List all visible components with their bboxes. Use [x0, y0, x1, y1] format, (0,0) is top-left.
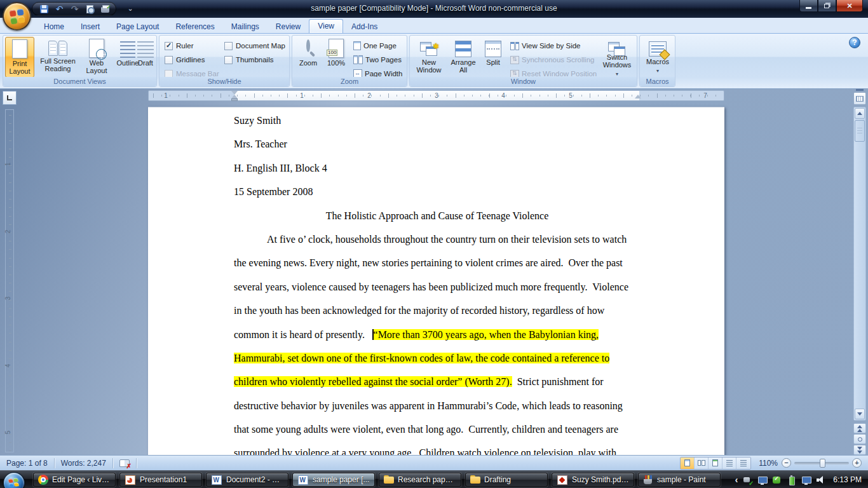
- checkbox-thumbnails[interactable]: Thumbnails: [224, 55, 273, 64]
- macros-button[interactable]: Macros: [642, 37, 673, 78]
- view-side-by-side-button[interactable]: View Side by Side: [510, 40, 580, 51]
- new-window-button[interactable]: New Window: [412, 37, 445, 78]
- doc-line: that some young adults were violent, eve…: [234, 417, 641, 441]
- new-window-icon: [420, 41, 438, 57]
- one-page-button[interactable]: One Page: [353, 40, 397, 51]
- checkbox-ruler[interactable]: Ruler: [165, 41, 193, 50]
- scroll-up-button[interactable]: [855, 108, 865, 119]
- taskbar-item-browser[interactable]: Edit Page ‹ Liva...: [33, 473, 116, 487]
- outline-icon: [120, 41, 135, 58]
- clock[interactable]: 6:13 PM: [831, 475, 862, 484]
- battery-icon[interactable]: [787, 475, 796, 485]
- next-page-button[interactable]: [853, 445, 866, 455]
- checkbox-gridlines[interactable]: Gridlines: [165, 55, 205, 64]
- page-indicator[interactable]: Page: 1 of 8: [0, 456, 54, 470]
- doc-line: the evening news. Every night, new stori…: [234, 251, 641, 274]
- web-layout-button[interactable]: Web Layout: [81, 37, 112, 78]
- proofing-status[interactable]: [113, 456, 136, 470]
- zoom-level[interactable]: 110%: [759, 459, 778, 468]
- ruler-number: 4: [4, 364, 11, 368]
- usb-device-icon[interactable]: [743, 475, 752, 485]
- zoom-in-button[interactable]: +: [852, 458, 862, 468]
- volume-icon[interactable]: [816, 475, 825, 485]
- doc-line: Suzy Smith: [234, 109, 641, 132]
- view-outline-button[interactable]: [722, 458, 736, 469]
- sync-status-icon[interactable]: [772, 475, 782, 485]
- chrome-icon: [38, 475, 48, 485]
- tab-view[interactable]: View: [309, 19, 343, 33]
- right-indent-marker[interactable]: [635, 95, 641, 98]
- taskbar-item-paint[interactable]: sample - Paint: [638, 473, 721, 487]
- zoom-slider-thumb[interactable]: [820, 459, 825, 468]
- help-icon[interactable]: ?: [849, 37, 860, 48]
- split-handle[interactable]: [856, 89, 864, 91]
- magnifier-icon: [300, 41, 316, 58]
- select-browse-object-button[interactable]: [853, 434, 866, 444]
- windows-logo-icon: [8, 478, 20, 488]
- office-button[interactable]: [3, 2, 31, 30]
- ruler-toggle-button[interactable]: [853, 92, 866, 105]
- doc-line: surrounded by violence at a very young a…: [234, 441, 641, 455]
- tab-home[interactable]: Home: [36, 20, 72, 33]
- taskbar-item-research-folder[interactable]: Research paper ...: [379, 473, 461, 487]
- office-logo-icon: [9, 8, 25, 24]
- tab-references[interactable]: References: [167, 20, 222, 33]
- previous-page-button[interactable]: [853, 423, 866, 433]
- doc-line: several years, violence caused by teenag…: [234, 275, 641, 299]
- switch-windows-button[interactable]: Switch Windows: [599, 37, 635, 78]
- two-pages-button[interactable]: Two Pages: [353, 54, 402, 65]
- macros-icon: [649, 41, 667, 57]
- tab-review[interactable]: Review: [268, 20, 309, 33]
- group-document-views: Print Layout Full Screen Reading Web Lay…: [3, 35, 157, 87]
- taskbar-item-presentation[interactable]: Presentation1: [119, 473, 202, 487]
- group-label-macros: Macros: [640, 77, 675, 86]
- word-count[interactable]: Words: 2,247: [55, 456, 112, 470]
- start-button[interactable]: [3, 472, 25, 488]
- notification-area: 6:13 PM: [735, 471, 868, 488]
- ruler-toggle-icon: [856, 96, 864, 102]
- tab-stop-selector[interactable]: [3, 91, 17, 105]
- zoom-out-button[interactable]: −: [782, 458, 791, 468]
- zoom-100-button[interactable]: 100 100%: [323, 37, 349, 78]
- restore-button[interactable]: [818, 0, 836, 12]
- horizontal-ruler[interactable]: 1 1 2 3 4 5 7: [148, 90, 724, 101]
- view-web-layout-button[interactable]: [709, 458, 722, 469]
- view-full-screen-button[interactable]: [695, 458, 709, 469]
- taskbar-item-pdf[interactable]: Suzy Smith.pdf ...: [552, 473, 634, 487]
- taskbar-item-drafting-folder[interactable]: Drafting: [465, 473, 548, 487]
- vertical-scrollbar[interactable]: [853, 107, 866, 421]
- doc-line: children who violently rebelled against …: [234, 370, 641, 393]
- draft-button[interactable]: Draft: [134, 37, 157, 78]
- split-button[interactable]: Split: [481, 37, 505, 78]
- zoom-button[interactable]: Zoom: [295, 37, 321, 78]
- arrange-all-button[interactable]: Arrange All: [447, 37, 480, 78]
- document-page[interactable]: Suzy Smith Mrs. Teacher H. English III, …: [148, 107, 724, 455]
- tab-add-ins[interactable]: Add-Ins: [343, 20, 386, 33]
- print-layout-button[interactable]: Print Layout: [5, 37, 34, 78]
- taskbar-item-sample-paper[interactable]: sample paper [...: [292, 473, 375, 487]
- synchronous-scrolling-button: Synchronous Scrolling: [510, 54, 594, 65]
- vertical-ruler[interactable]: 1 2 3 4 5: [5, 109, 14, 452]
- dropdown-arrow-icon: [656, 65, 659, 74]
- scrollbar-thumb[interactable]: [855, 120, 865, 142]
- display-icon[interactable]: [757, 475, 767, 485]
- network-display-icon[interactable]: [801, 475, 811, 485]
- view-print-layout-button[interactable]: [681, 458, 695, 469]
- tray-expand-chevron-icon[interactable]: [735, 475, 738, 485]
- checkbox-document-map[interactable]: Document Map: [224, 41, 285, 50]
- powerpoint-icon: [125, 475, 135, 485]
- ruler-number: 7: [703, 92, 707, 99]
- scroll-down-button[interactable]: [855, 409, 865, 419]
- close-button[interactable]: [836, 0, 863, 12]
- left-indent-marker[interactable]: [231, 98, 238, 101]
- tab-page-layout[interactable]: Page Layout: [108, 20, 167, 33]
- tab-insert[interactable]: Insert: [72, 20, 108, 33]
- zoom-slider-rail[interactable]: [794, 462, 849, 464]
- group-label-document-views: Document Views: [3, 77, 156, 86]
- view-draft-button[interactable]: [736, 458, 750, 469]
- full-screen-reading-button[interactable]: Full Screen Reading: [36, 37, 80, 78]
- print-layout-icon: [12, 39, 27, 58]
- minimize-button[interactable]: [799, 0, 818, 12]
- tab-mailings[interactable]: Mailings: [223, 20, 268, 33]
- taskbar-item-document2[interactable]: Document2 - M...: [206, 473, 288, 487]
